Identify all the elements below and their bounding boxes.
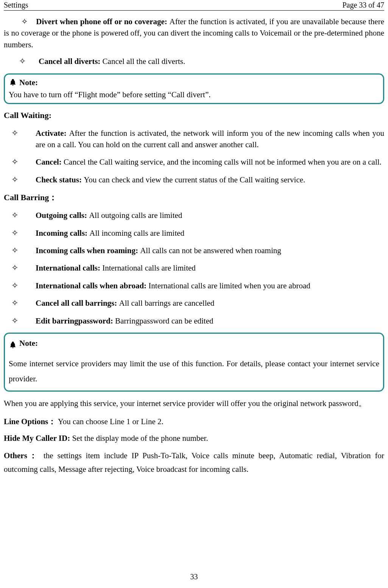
others-paragraph: Others： the settings item include IP Pus… bbox=[4, 449, 384, 476]
call-barring-item: ✧Cancel all call barrings: All call barr… bbox=[4, 297, 384, 309]
hide-caller-paragraph: Hide My Caller ID: Set the display mode … bbox=[4, 432, 384, 444]
item-label: Outgoing calls: bbox=[36, 211, 89, 220]
diamond-icon: ✧ bbox=[11, 280, 36, 290]
item-text: After the function is activated, the net… bbox=[36, 129, 384, 149]
item-label: International calls when abroad: bbox=[36, 281, 148, 290]
header-title: Settings bbox=[4, 1, 28, 9]
call-barring-item: ✧Incoming calls when roaming: All calls … bbox=[4, 245, 384, 256]
page-footer: 33 bbox=[0, 572, 388, 581]
cancel-diverts-label: Cancel all diverts: bbox=[39, 57, 103, 66]
call-barring-item: ✧Incoming calls: All incoming calls are … bbox=[4, 227, 384, 239]
diamond-icon: ✧ bbox=[11, 297, 36, 307]
call-barring-item: ✧International calls when abroad: Intern… bbox=[4, 280, 384, 291]
item-text: All outgoing calls are limited bbox=[89, 211, 182, 220]
note-box-flight-mode: Note: You have to turn off “Flight mode”… bbox=[4, 73, 384, 104]
header-page-indicator: Page 33 of 47 bbox=[342, 1, 384, 9]
cancel-diverts-text: Cancel all the call diverts. bbox=[103, 57, 185, 66]
diamond-icon: ✧ bbox=[11, 210, 36, 219]
note-label: Note: bbox=[19, 336, 38, 351]
item-label: Incoming calls: bbox=[36, 229, 89, 238]
note-heading: Note: bbox=[9, 77, 379, 88]
page-number: 33 bbox=[190, 572, 198, 581]
bell-icon bbox=[9, 78, 17, 87]
diamond-icon: ✧ bbox=[19, 56, 39, 65]
item-label: Incoming calls when roaming: bbox=[36, 246, 140, 255]
item-label: Cancel: bbox=[36, 157, 64, 166]
call-barring-heading: Call Barring： bbox=[4, 191, 384, 204]
bell-icon bbox=[9, 339, 17, 348]
call-waiting-heading: Call Waiting: bbox=[4, 109, 384, 121]
diamond-icon: ✧ bbox=[21, 16, 34, 27]
item-text: International calls are limited bbox=[102, 263, 196, 272]
call-waiting-cancel: ✧ Cancel: Cancel the Call waiting servic… bbox=[4, 156, 384, 168]
item-text: All calls can not be answered when roami… bbox=[140, 246, 281, 255]
item-label: Activate: bbox=[36, 129, 69, 138]
diamond-icon: ✧ bbox=[11, 245, 36, 255]
item-text: All incoming calls are limited bbox=[89, 229, 184, 238]
item-text: All call barrings are cancelled bbox=[119, 299, 214, 308]
item-label: Cancel all call barrings: bbox=[36, 299, 119, 308]
diamond-icon: ✧ bbox=[11, 262, 36, 272]
note-heading: Note: bbox=[9, 336, 379, 351]
others-text: the settings item include IP Push-To-Tal… bbox=[4, 451, 384, 474]
hide-caller-label: Hide My Caller ID: bbox=[4, 434, 72, 443]
line-options-paragraph: Line Options： You can choose Line 1 or L… bbox=[4, 416, 384, 427]
item-label: Check status: bbox=[36, 175, 84, 184]
note-text: Some internet service providers may limi… bbox=[9, 356, 379, 387]
page-content: ✧ Divert when phone off or no coverage: … bbox=[4, 16, 384, 476]
note-label: Note: bbox=[19, 77, 38, 88]
item-text: International calls are limited when you… bbox=[148, 281, 310, 290]
call-barring-item: ✧International calls: International call… bbox=[4, 262, 384, 274]
call-barring-item: ✧Outgoing calls: All outgoing calls are … bbox=[4, 210, 384, 221]
item-label: Edit barringpassword: bbox=[36, 316, 115, 325]
hide-caller-text: Set the display mode of the phone number… bbox=[72, 434, 208, 443]
diamond-icon: ✧ bbox=[11, 174, 36, 184]
item-text: Cancel the Call waiting service, and the… bbox=[64, 157, 382, 166]
note-box-isp: Note: Some internet service providers ma… bbox=[4, 333, 384, 392]
diamond-icon: ✧ bbox=[11, 227, 36, 237]
others-label: Others： bbox=[4, 451, 39, 460]
diamond-icon: ✧ bbox=[11, 128, 36, 137]
diamond-icon: ✧ bbox=[11, 315, 36, 325]
call-barring-item: ✧Edit barringpassword: Barringpassword c… bbox=[4, 315, 384, 327]
item-text: You can check and view the current statu… bbox=[84, 175, 305, 184]
document-page: Settings Page 33 of 47 ✧ Divert when pho… bbox=[0, 0, 388, 588]
item-text: Barringpassword can be edited bbox=[115, 316, 213, 325]
page-header: Settings Page 33 of 47 bbox=[4, 0, 384, 11]
divert-off-paragraph: ✧ Divert when phone off or no coverage: … bbox=[4, 16, 384, 50]
call-waiting-activate: ✧ Activate: After the function is activa… bbox=[4, 128, 384, 151]
item-label: International calls: bbox=[36, 263, 102, 272]
call-waiting-check: ✧ Check status: You can check and view t… bbox=[4, 174, 384, 185]
note-text: You have to turn off “Flight mode” befor… bbox=[9, 89, 379, 100]
divert-off-label: Divert when phone off or no coverage: bbox=[36, 17, 169, 26]
diamond-icon: ✧ bbox=[11, 156, 36, 166]
line-options-label: Line Options： bbox=[4, 417, 56, 426]
line-options-text: You can choose Line 1 or Line 2. bbox=[58, 417, 164, 426]
cancel-diverts-item: ✧ Cancel all diverts: Cancel all the cal… bbox=[4, 56, 384, 67]
applying-paragraph: When you are applying this service, your… bbox=[4, 397, 384, 411]
call-barring-list: ✧Outgoing calls: All outgoing calls are … bbox=[4, 210, 384, 327]
